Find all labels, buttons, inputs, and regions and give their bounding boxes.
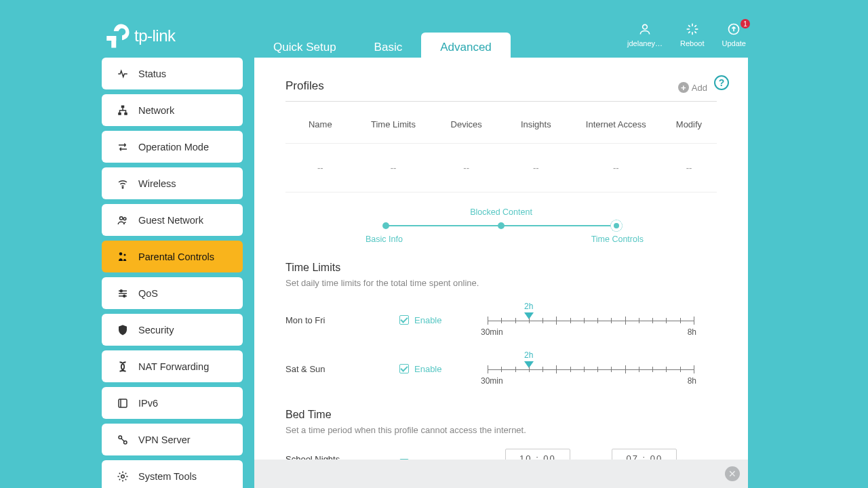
- wizard-stepper: Blocked Content Basic Info Time Controls: [372, 209, 630, 245]
- user-menu[interactable]: jdelaney…: [627, 22, 663, 47]
- user-icon: [637, 22, 652, 37]
- sidebar-item-operation-mode[interactable]: Operation Mode: [102, 131, 243, 163]
- update-badge: 1: [741, 19, 750, 28]
- svg-point-16: [120, 216, 123, 220]
- bed-time-desc: Set a time period when this profile cann…: [285, 425, 717, 435]
- step-basic-info[interactable]: [382, 222, 389, 229]
- swap-icon: [117, 141, 129, 153]
- help-button[interactable]: ?: [714, 75, 729, 90]
- update-button[interactable]: Update 1: [722, 22, 746, 47]
- col-name: Name: [285, 119, 355, 129]
- sidebar-item-nat-forwarding[interactable]: NAT Forwarding: [102, 350, 243, 382]
- sidebar: Status Network Operation Mode Wireless G…: [102, 58, 243, 488]
- weekday-limit-row: Mon to Fri Enable 2h 30min 8h: [285, 303, 717, 337]
- sidebar-item-system-tools[interactable]: System Tools: [102, 460, 243, 488]
- sidebar-item-label: IPv6: [138, 398, 158, 409]
- col-modify: Modify: [661, 119, 717, 129]
- nat-icon: [117, 361, 129, 373]
- sidebar-item-label: System Tools: [138, 471, 197, 482]
- cell-empty: --: [571, 163, 661, 173]
- weekend-slider[interactable]: 2h 30min 8h: [488, 352, 694, 386]
- svg-rect-25: [119, 399, 127, 407]
- col-internet-access: Internet Access: [571, 119, 661, 129]
- sidebar-item-label: Status: [138, 68, 166, 79]
- sidebar-item-vpn-server[interactable]: VPN Server: [102, 424, 243, 455]
- weekend-slider-value: 2h: [524, 350, 533, 360]
- cell-empty: --: [285, 163, 355, 173]
- svg-rect-12: [121, 105, 125, 108]
- sidebar-item-label: Wireless: [138, 178, 176, 189]
- step-time-controls[interactable]: [610, 220, 623, 232]
- header-actions: jdelaney… Reboot Update 1: [627, 22, 746, 47]
- svg-line-7: [688, 25, 690, 27]
- col-insights: Insights: [501, 119, 571, 129]
- divider: [285, 101, 717, 102]
- slider-min: 30min: [481, 327, 503, 337]
- step-label-time: Time Controls: [591, 235, 644, 244]
- sidebar-item-label: Operation Mode: [138, 142, 209, 152]
- qos-icon: [117, 287, 129, 300]
- close-button[interactable]: ✕: [725, 466, 740, 481]
- sidebar-item-guest-network[interactable]: Guest Network: [102, 204, 243, 236]
- update-label: Update: [722, 39, 746, 47]
- step-label-blocked: Blocked Content: [470, 207, 532, 217]
- guests-icon: [117, 214, 129, 226]
- step-label-basic: Basic Info: [366, 235, 403, 244]
- plus-icon: +: [678, 82, 689, 93]
- col-time-limits: Time Limits: [355, 119, 432, 129]
- weekday-slider[interactable]: 2h 30min 8h: [488, 303, 694, 337]
- sidebar-item-qos[interactable]: QoS: [102, 277, 243, 309]
- time-limits-section: Time Limits Set daily time limits for th…: [285, 262, 717, 386]
- tplink-logo-icon: [103, 22, 132, 50]
- sidebar-item-status[interactable]: Status: [102, 58, 243, 89]
- parental-icon: [117, 251, 129, 263]
- weekend-label: Sat & Sun: [285, 364, 399, 374]
- sidebar-item-label: Security: [138, 325, 174, 336]
- weekday-slider-value: 2h: [524, 302, 533, 311]
- weekend-enable-checkbox[interactable]: [399, 364, 409, 373]
- svg-point-19: [124, 253, 126, 256]
- slider-max: 8h: [688, 327, 696, 337]
- sidebar-item-parental-controls[interactable]: Parental Controls: [102, 241, 243, 272]
- sidebar-item-network[interactable]: Network: [102, 94, 243, 126]
- cell-empty: --: [661, 163, 717, 173]
- footer-bar: ✕: [254, 460, 748, 488]
- table-row: -- -- -- -- -- --: [285, 144, 717, 192]
- weekday-label: Mon to Fri: [285, 315, 399, 325]
- sidebar-item-security[interactable]: Security: [102, 314, 243, 346]
- vpn-icon: [117, 434, 129, 446]
- sidebar-item-label: Guest Network: [138, 215, 203, 226]
- reboot-label: Reboot: [680, 39, 704, 47]
- col-devices: Devices: [431, 119, 501, 129]
- svg-point-2: [643, 24, 648, 29]
- shield-icon: [117, 324, 129, 336]
- slider-track: [488, 321, 694, 321]
- sidebar-item-label: VPN Server: [138, 434, 191, 445]
- sidebar-item-ipv6[interactable]: IPv6: [102, 387, 243, 419]
- svg-rect-14: [124, 113, 127, 115]
- weekday-enable-checkbox[interactable]: [399, 315, 409, 325]
- add-profile-button[interactable]: + Add: [678, 82, 707, 93]
- update-icon: [726, 22, 741, 37]
- cell-empty: --: [355, 163, 432, 173]
- slider-max: 8h: [688, 376, 696, 386]
- sidebar-item-label: NAT Forwarding: [138, 361, 209, 372]
- reboot-button[interactable]: Reboot: [680, 22, 704, 47]
- svg-point-23: [120, 289, 122, 291]
- ipv6-icon: [117, 397, 129, 409]
- step-blocked-content[interactable]: [498, 222, 505, 229]
- wifi-icon: [117, 178, 129, 190]
- brand-name: tp-link: [134, 26, 176, 45]
- svg-point-15: [122, 187, 123, 188]
- svg-line-10: [694, 25, 696, 27]
- sidebar-item-wireless[interactable]: Wireless: [102, 167, 243, 199]
- sidebar-item-label: QoS: [138, 288, 158, 299]
- time-limits-desc: Set daily time limits for the total time…: [285, 278, 717, 288]
- profiles-title: Profiles: [285, 79, 717, 93]
- profiles-table: Name Time Limits Devices Insights Intern…: [285, 115, 717, 192]
- brand-logo: tp-link: [103, 22, 176, 50]
- enable-label: Enable: [414, 364, 441, 374]
- svg-line-8: [694, 31, 696, 33]
- network-icon: [117, 104, 129, 117]
- time-limits-title: Time Limits: [285, 262, 717, 274]
